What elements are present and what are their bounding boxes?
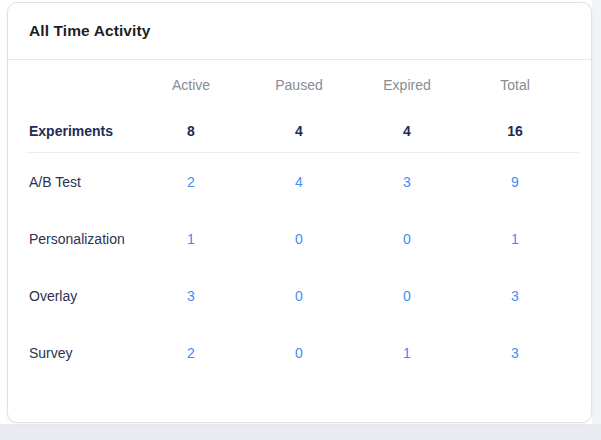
table-row-ab-test: A/B Test 2 4 3 9 xyxy=(8,153,591,210)
personalization-paused-link[interactable]: 0 xyxy=(295,231,303,247)
experiments-active-count: 8 xyxy=(137,123,245,139)
ab-test-paused-link[interactable]: 4 xyxy=(295,174,303,190)
experiments-expired-count: 4 xyxy=(353,123,461,139)
table-row-personalization: Personalization 1 0 0 1 xyxy=(8,210,591,267)
column-header-paused: Paused xyxy=(245,77,353,93)
overlay-expired-link[interactable]: 0 xyxy=(403,288,411,304)
page-background-right-strip xyxy=(592,0,601,440)
ab-test-total-link[interactable]: 9 xyxy=(511,174,519,190)
row-label-overlay: Overlay xyxy=(29,288,137,304)
row-label-survey: Survey xyxy=(29,345,137,361)
experiments-total-count: 16 xyxy=(461,123,569,139)
survey-paused-link[interactable]: 0 xyxy=(295,345,303,361)
page-background-bottom-strip xyxy=(0,424,601,440)
table-column-header-row: Active Paused Expired Total xyxy=(8,60,591,110)
personalization-active-link[interactable]: 1 xyxy=(187,231,195,247)
ab-test-expired-link[interactable]: 3 xyxy=(403,174,411,190)
column-header-total: Total xyxy=(461,77,569,93)
personalization-total-link[interactable]: 1 xyxy=(511,231,519,247)
row-label-experiments: Experiments xyxy=(29,123,137,139)
experiments-paused-count: 4 xyxy=(245,123,353,139)
survey-expired-link[interactable]: 1 xyxy=(403,345,411,361)
personalization-expired-link[interactable]: 0 xyxy=(403,231,411,247)
survey-active-link[interactable]: 2 xyxy=(187,345,195,361)
table-row-overlay: Overlay 3 0 0 3 xyxy=(8,267,591,324)
table-row-survey: Survey 2 0 1 3 xyxy=(8,324,591,381)
activity-table: Active Paused Expired Total Experiments … xyxy=(8,60,591,381)
overlay-paused-link[interactable]: 0 xyxy=(295,288,303,304)
ab-test-active-link[interactable]: 2 xyxy=(187,174,195,190)
page-background: All Time Activity Active Paused Expired … xyxy=(0,0,601,440)
card-header: All Time Activity xyxy=(8,3,591,60)
column-header-active: Active xyxy=(137,77,245,93)
overlay-total-link[interactable]: 3 xyxy=(511,288,519,304)
all-time-activity-card: All Time Activity Active Paused Expired … xyxy=(7,2,592,423)
column-header-expired: Expired xyxy=(353,77,461,93)
table-row-experiments: Experiments 8 4 4 16 xyxy=(8,110,591,152)
survey-total-link[interactable]: 3 xyxy=(511,345,519,361)
row-label-ab-test: A/B Test xyxy=(29,174,137,190)
row-label-personalization: Personalization xyxy=(29,231,137,247)
card-title: All Time Activity xyxy=(29,22,150,40)
overlay-active-link[interactable]: 3 xyxy=(187,288,195,304)
